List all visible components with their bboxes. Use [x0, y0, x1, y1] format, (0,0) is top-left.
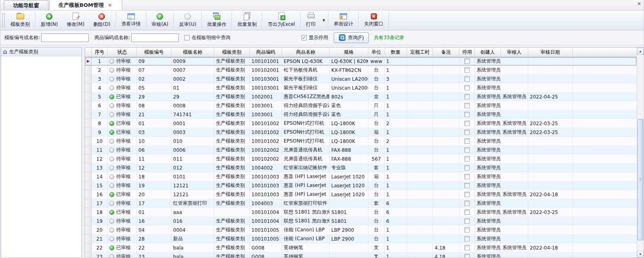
disabled-checkbox[interactable] — [464, 130, 470, 135]
column-header-remark[interactable]: 备注 — [433, 48, 460, 57]
scroll-up-icon[interactable]: ▲ — [637, 48, 644, 55]
toolbar-close-window-button[interactable]: ×关闭窗口 — [360, 10, 388, 30]
column-header-status[interactable]: 状态 — [108, 48, 137, 57]
row-indicator — [85, 172, 92, 181]
disabled-checkbox[interactable] — [464, 227, 470, 233]
disabled-checkbox[interactable] — [464, 156, 470, 162]
grid-row[interactable]: 15待审核1912121生产模板类别100101003惠普 (HP) Laser… — [85, 181, 637, 190]
grid-row[interactable]: 21待审核28新品生产模板类别100101005佳能 (Canon) LBPLB… — [85, 235, 637, 243]
vertical-scrollbar[interactable]: ▲ ▼ — [637, 48, 644, 258]
tab-bom-management[interactable]: 生产模板BOM管理× — [49, 0, 122, 10]
toolbar-approve-button[interactable]: ✓审核(A) — [147, 10, 173, 30]
toolbar-template-category-button[interactable]: 模板类别 — [6, 10, 34, 30]
tree-node-production-template-category[interactable]: ⌂ 生产模板类别 — [1, 48, 82, 57]
disabled-checkbox[interactable] — [464, 59, 470, 64]
grid-row[interactable]: 2待审核070007生产模板类别100102001松下热敏传真机KX-FT862… — [85, 66, 637, 75]
grid-row[interactable]: 7待审核21741741生产模板类别1003001得力经典防滑握手设计蓝色只1系… — [85, 110, 637, 119]
panel-splitter[interactable] — [82, 47, 85, 258]
grid-row[interactable]: 3待审核020002生产模板类别100103001紫光平板扫描仪Uniscan … — [85, 75, 637, 84]
toolbar-view-detail-button[interactable]: 查看详情 — [117, 10, 145, 30]
disabled-checkbox[interactable] — [464, 183, 470, 188]
search-in-detail-checkbox[interactable]: 在模板明细中查询 — [184, 34, 230, 41]
grid-row[interactable]: 10待审核10010生产模板类别100101002EPSON针式打印机LQ-18… — [85, 137, 637, 146]
toolbar-unapprove-button[interactable]: 反审(U) — [175, 10, 201, 30]
toolbar-batch-operation-button[interactable]: 批量操作 — [203, 10, 231, 30]
print-dropdown-arrow-icon[interactable]: ▼ — [320, 10, 327, 30]
grid-row[interactable]: 5已审核2929生产模板类别1002001惠普CH561ZZ黑色墨盒802s盒1… — [85, 92, 637, 101]
column-header-hours[interactable]: 定额工时 — [407, 48, 433, 57]
disabled-checkbox[interactable] — [464, 85, 470, 90]
toolbar-print-button[interactable]: 打印 — [301, 10, 320, 30]
disabled-checkbox[interactable] — [464, 218, 470, 224]
disabled-checkbox[interactable] — [464, 94, 470, 99]
column-header-qty[interactable]: 数量 — [385, 48, 407, 57]
grid-row[interactable]: 13待审核12012生产模板类别1004002红管家出纳记账软件专业版套1系统管… — [85, 164, 637, 172]
disabled-checkbox[interactable] — [464, 201, 470, 206]
row-indicator: ▶ — [85, 57, 92, 66]
disabled-checkbox[interactable] — [464, 254, 470, 258]
cell-product_name: 兄弟普通纸传真机 — [282, 146, 330, 155]
grid-row[interactable]: 20待审核040004生产模板类别100101005佳能 (Canon) LBP… — [85, 226, 637, 235]
grid-row[interactable]: 8已审核010001生产模板类别100101002EPSON针式打印机LQ-18… — [85, 119, 637, 128]
product-filter-input[interactable] — [131, 34, 179, 42]
grid-row[interactable]: 6待审核080008生产模板类别1003001得力经典防滑握手设计蓝色只1系统管… — [85, 101, 637, 110]
disabled-checkbox[interactable] — [464, 112, 470, 117]
grid-row[interactable]: 19待审核16016生产模板类别100101004联想 S1801 黑白激光S1… — [85, 217, 637, 226]
disabled-checkbox[interactable] — [464, 236, 470, 241]
disabled-checkbox[interactable] — [464, 147, 470, 153]
grid-row[interactable]: 12待审核11011生产模板类别100102002兄弟普通纸传真机FAX-888… — [85, 155, 637, 164]
column-header-audit_date[interactable]: 审核日期 — [528, 48, 573, 57]
toolbar-add-button[interactable]: +新增(N) — [36, 10, 62, 30]
window-close-icon[interactable]: × — [637, 1, 641, 6]
disabled-checkbox[interactable] — [464, 245, 470, 250]
grid-row[interactable]: 22已审核22bala生产模板类别G008英雄钢笔支14.18系统管理员系统管理… — [85, 243, 637, 252]
column-header-no[interactable]: 序号 — [92, 48, 108, 57]
toolbar-modify-button[interactable]: 修改(M) — [62, 10, 89, 30]
disabled-checkbox[interactable] — [464, 76, 470, 82]
grid-row[interactable]: 17待审核17红管家票据打印生产模板类别1004003红管家票据打印软件套6系统… — [85, 199, 637, 208]
template-filter-input[interactable] — [41, 34, 89, 42]
cell-product_code: 100103001 — [250, 75, 282, 84]
column-header-auditor[interactable]: 审核人 — [501, 48, 528, 57]
disabled-checkbox[interactable] — [464, 121, 470, 126]
disabled-checkbox[interactable] — [464, 165, 470, 170]
grid-row[interactable]: 14待审核180101生产模板类别100101003惠普 (HP) LaserJ… — [85, 172, 637, 181]
toolbar-grip-handle[interactable] — [2, 13, 5, 27]
disabled-checkbox[interactable] — [464, 210, 470, 215]
grid-row[interactable]: 4待审核0501生产模板类别100103001紫光平板扫描仪Uniscan LA… — [85, 84, 637, 92]
query-button[interactable]: 查询(F) — [334, 32, 369, 43]
column-header-spec[interactable]: 规格 — [330, 48, 368, 57]
column-header-product_name[interactable]: 商品名称 — [282, 48, 330, 57]
grid-row[interactable]: 18已审核01aaa100101004联想 S1801 黑白激光S1801台6系… — [85, 208, 637, 217]
disabled-checkbox[interactable] — [464, 103, 470, 108]
scroll-down-icon[interactable]: ▼ — [637, 251, 644, 258]
tab-close-icon[interactable]: × — [107, 2, 113, 8]
disabled-checkbox[interactable] — [464, 192, 470, 197]
toolbar-export-excel-button[interactable]: 导出为Excel — [263, 10, 299, 30]
cell-remark — [433, 208, 460, 217]
grid-row[interactable]: 9已审核030003生产模板类别100101002EPSON针式打印机LQ-18… — [85, 128, 637, 137]
grid-row[interactable]: ▶1待审核090009生产模板类别100101001EPSON LQ-630KL… — [85, 57, 637, 66]
column-header-category[interactable]: 模板类别 — [214, 48, 250, 57]
column-header-disabled[interactable]: 停用 — [460, 48, 475, 57]
disabled-checkbox[interactable] — [464, 138, 470, 144]
cell-no: 3 — [92, 75, 108, 84]
tab-navigation[interactable]: 功能导航窗 — [4, 0, 48, 10]
grid-row[interactable]: 16已审核2012121生产模板类别100101003惠普 (HP) Laser… — [85, 190, 637, 199]
scrollbar-track[interactable] — [637, 55, 644, 251]
grid-row[interactable]: 23待审核23bala生产模板类别G008英雄钢笔支14.18系统管理员 — [85, 252, 637, 258]
grid-row[interactable]: 11待审核060006生产模板类别100102002兄弟普通纸传真机FAX-88… — [85, 146, 637, 155]
toolbar-delete-button[interactable]: ×删除(D) — [89, 10, 115, 30]
disabled-checkbox[interactable] — [464, 67, 470, 73]
column-header-code[interactable]: 模板编号 — [137, 48, 171, 57]
column-header-product_code[interactable]: 商品编码 — [250, 48, 282, 57]
scrollbar-thumb[interactable] — [638, 119, 643, 240]
show-disabled-checkbox[interactable]: ✓ 显示停用 — [301, 34, 328, 41]
column-header-unit[interactable]: 单位 — [368, 48, 385, 57]
toolbar-batch-copy-button[interactable]: 批量复制 — [233, 10, 261, 30]
toolbar-ui-design-button[interactable]: 界面设计 — [329, 10, 358, 30]
cell-disabled — [460, 172, 475, 181]
column-header-name[interactable]: 模板名称 — [171, 48, 214, 57]
disabled-checkbox[interactable] — [464, 174, 470, 179]
column-header-creator[interactable]: 创建人 — [475, 48, 501, 57]
